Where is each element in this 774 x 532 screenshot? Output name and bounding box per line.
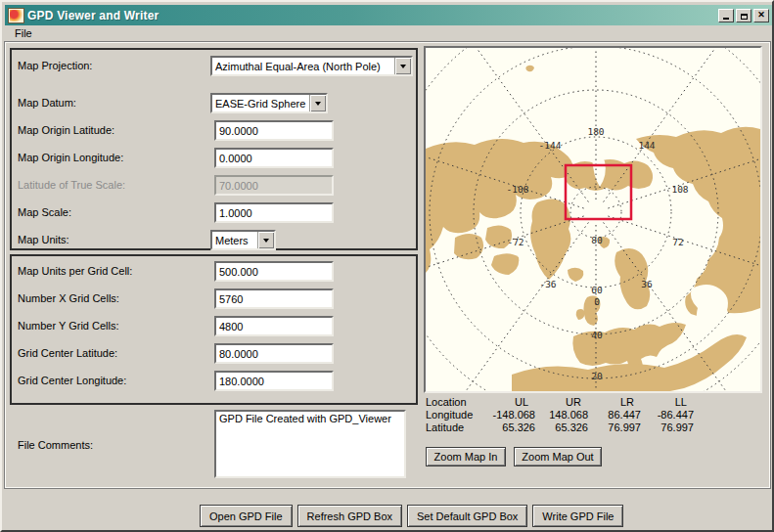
- zoom-map-in-button[interactable]: Zoom Map In: [426, 447, 506, 466]
- map-projection-label: Map Projection:: [18, 60, 92, 71]
- lon-label: -144: [539, 140, 562, 151]
- zoom-map-out-button[interactable]: Zoom Map Out: [514, 447, 602, 466]
- latitude-true-scale-input: [214, 175, 334, 196]
- loc-row-name: Latitude: [426, 421, 482, 433]
- grid-center-longitude-label: Grid Center Longitude:: [18, 375, 126, 386]
- map-origin-longitude-input[interactable]: [214, 148, 334, 168]
- map-datum-select[interactable]: EASE-Grid Sphere: [210, 93, 328, 113]
- lon-label: 108: [671, 184, 688, 195]
- lon-label: 36: [641, 279, 653, 289]
- y-cells-label: Number Y Grid Cells:: [18, 320, 119, 332]
- table-row: Latitude 65.326 65.326 76.997 76.997: [426, 421, 694, 433]
- map-units-label: Map Units:: [18, 234, 69, 245]
- x-cells-label: Number X Grid Cells:: [18, 292, 119, 304]
- arrow-glyph: [315, 102, 321, 106]
- map-origin-latitude-input[interactable]: [214, 120, 334, 141]
- polar-map: 180 -144 144 -108 108 -72 72 -36 36 0 80…: [426, 48, 760, 391]
- chevron-down-icon[interactable]: [257, 232, 274, 248]
- loc-header-ul: UL: [482, 395, 535, 408]
- chevron-down-icon[interactable]: [394, 58, 411, 74]
- loc-header-location: Location: [426, 395, 482, 408]
- loc-header-ll: LL: [641, 395, 694, 408]
- lon-label: -36: [539, 279, 556, 289]
- units-per-cell-input[interactable]: [214, 261, 334, 282]
- minimize-icon: [723, 18, 729, 20]
- map-units-select[interactable]: Meters: [210, 230, 276, 250]
- minimize-button[interactable]: [718, 9, 734, 22]
- titlebar[interactable]: GPD Viewer and Writer ✕: [5, 5, 773, 25]
- loc-row-name: Longitude: [426, 408, 482, 421]
- menubar: File: [5, 25, 773, 41]
- loc-value: -86.447: [641, 408, 694, 421]
- map-datum-label: Map Datum:: [18, 97, 76, 109]
- loc-value: 65.326: [482, 421, 535, 433]
- close-icon: ✕: [757, 9, 765, 22]
- set-default-gpd-box-button[interactable]: Set Default GPD Box: [407, 505, 527, 527]
- loc-value: 86.447: [588, 408, 641, 421]
- app-icon: [8, 8, 24, 23]
- map-origin-latitude-label: Map Origin Latitude:: [18, 124, 114, 136]
- map-scale-label: Map Scale:: [18, 206, 71, 218]
- loc-value: 65.326: [535, 421, 588, 433]
- arrow-glyph: [400, 65, 406, 68]
- table-row: Longitude -148.068 148.068 86.447 -86.44…: [426, 408, 694, 421]
- maximize-button[interactable]: [736, 9, 751, 22]
- map-origin-longitude-label: Map Origin Longitude:: [18, 152, 123, 163]
- loc-value: 76.997: [641, 421, 694, 433]
- lat-label: 20: [591, 371, 603, 381]
- maximize-icon: [741, 14, 748, 20]
- write-gpd-file-button[interactable]: Write GPD File: [532, 505, 623, 527]
- lon-label: 144: [638, 140, 655, 151]
- loc-value: 148.068: [535, 408, 588, 421]
- map-scale-input[interactable]: [214, 202, 334, 223]
- map-units-value: Meters: [212, 235, 257, 246]
- chevron-down-icon[interactable]: [309, 95, 326, 111]
- landmass-arctic-island: [454, 234, 483, 259]
- grid-center-latitude-label: Grid Center Latitude:: [18, 347, 117, 359]
- refresh-gpd-box-button[interactable]: Refresh GPD Box: [297, 505, 402, 527]
- grid-center-longitude-input[interactable]: [214, 371, 334, 391]
- units-per-cell-label: Map Units per Grid Cell:: [18, 265, 132, 277]
- arrow-glyph: [263, 239, 269, 243]
- x-cells-input[interactable]: [214, 288, 334, 309]
- lon-label: 0: [594, 296, 600, 307]
- loc-header-ur: UR: [535, 395, 588, 408]
- close-button[interactable]: ✕: [753, 9, 769, 22]
- map-projection-select[interactable]: Azimuthal Equal-Area (North Pole): [210, 56, 413, 76]
- open-gpd-file-button[interactable]: Open GPD File: [200, 505, 293, 527]
- loc-value: 76.997: [588, 421, 641, 433]
- lon-label: -108: [507, 184, 529, 195]
- map-datum-value: EASE-Grid Sphere: [212, 98, 309, 110]
- map-view[interactable]: 180 -144 144 -108 108 -72 72 -36 36 0 80…: [424, 46, 762, 393]
- loc-header-lr: LR: [588, 395, 641, 408]
- lon-label: 72: [672, 237, 683, 247]
- file-comments-input[interactable]: GPD File Created with GPD_Viewer: [214, 410, 406, 478]
- loc-value: -148.068: [482, 408, 535, 421]
- menu-file[interactable]: File: [10, 26, 37, 40]
- lat-label: 80: [591, 235, 603, 245]
- y-cells-input[interactable]: [214, 316, 334, 336]
- bottom-button-bar: Open GPD File Refresh GPD Box Set Defaul…: [200, 505, 623, 527]
- latitude-true-scale-label: Latitude of True Scale:: [18, 179, 125, 191]
- corner-coordinates-table: Location UL UR LR LL Longitude -148.068 …: [426, 395, 694, 433]
- lat-label: 40: [591, 330, 603, 340]
- map-projection-value: Azimuthal Equal-Area (North Pole): [212, 61, 394, 72]
- window-title: GPD Viewer and Writer: [27, 9, 718, 22]
- lon-label: 180: [587, 126, 604, 137]
- file-comments-label: File Comments:: [18, 439, 93, 451]
- lat-label: 60: [591, 285, 603, 295]
- lon-label: -72: [507, 237, 524, 247]
- app-window: GPD Viewer and Writer ✕ File Map Project…: [0, 0, 774, 532]
- window-controls: ✕: [718, 9, 769, 22]
- grid-center-latitude-input[interactable]: [214, 343, 334, 364]
